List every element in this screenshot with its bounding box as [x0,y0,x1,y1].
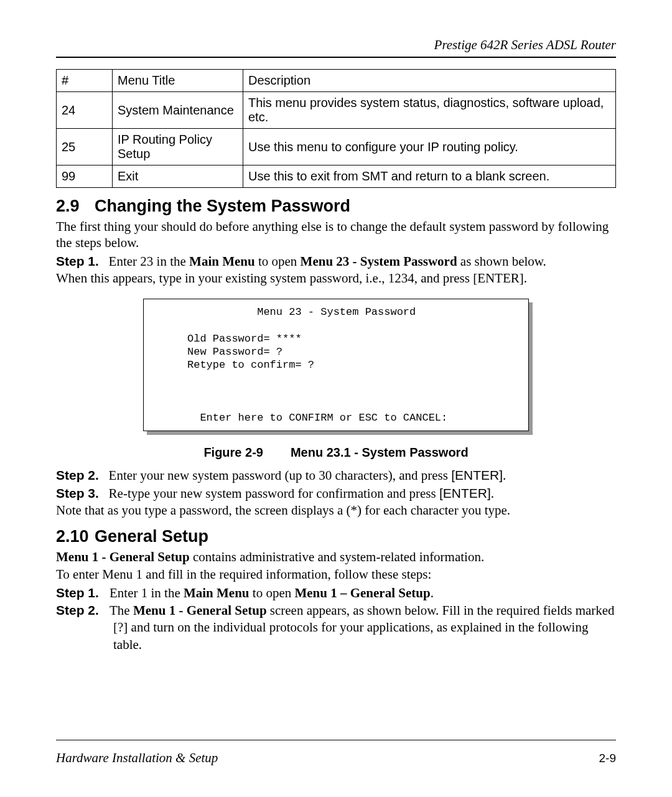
step-text: Enter your new system password (up to 30… [109,468,452,483]
section-2-9-heading: 2.9Changing the System Password [56,197,616,216]
step-text: Re-type your new system password for con… [109,486,439,501]
menu-table: # Menu Title Description 24 System Maint… [56,69,616,188]
page-footer: Hardware Installation & Setup 2-9 [56,740,616,766]
step-text: to open [250,585,295,600]
period: . [491,486,494,501]
step-3: Step 3. Re-type your new system password… [56,485,616,502]
col-num-header: # [57,70,113,92]
terminal-screenshot: Menu 23 - System Password Old Password= … [143,299,529,431]
figure-2-9-box: Menu 23 - System Password Old Password= … [143,299,529,431]
section-2-10-heading: 2.10General Setup [56,527,616,546]
step-label: Step 1. [56,254,99,268]
table-header-row: # Menu Title Description [57,70,616,92]
cell-title: Exit [113,165,243,188]
table-row: 99 Exit Use this to exit from SMT and re… [57,165,616,188]
col-title-header: Menu Title [113,70,243,92]
section-title: Changing the System Password [95,197,350,215]
bold-text: Menu 23 - System Password [301,254,457,269]
table-row: 24 System Maintenance This menu provides… [57,92,616,129]
step-1: Step 1. Enter 23 in the Main Menu to ope… [56,253,616,270]
step-text: as shown below. [457,254,546,269]
section-title: General Setup [95,527,208,546]
bold-text: Main Menu [184,585,250,600]
bold-text: Main Menu [189,254,255,269]
step-2: Step 2.The Menu 1 - General Setup screen… [56,602,616,653]
cell-title: System Maintenance [113,92,243,129]
footer-rule [56,740,616,740]
cell-desc: Use this menu to configure your IP routi… [243,129,616,165]
step-text: Enter 1 in the [110,585,184,600]
bold-text: Menu 1 - General Setup [133,603,267,618]
enter-key: [ENTER] [439,486,491,500]
terminal-body: Old Password= **** New Password= ? Retyp… [187,333,314,371]
enter-key: [ENTER] [451,468,503,482]
step-label: Step 1. [56,584,110,601]
step-text: to open [255,254,301,269]
header-rule [56,57,616,58]
step-text: Enter 23 in the [109,254,189,269]
intro-paragraph: The first thing your should do before an… [56,218,616,251]
terminal-footer: Enter here to CONFIRM or ESC to CANCEL: [187,412,447,424]
step-2: Step 2. Enter your new system password (… [56,467,616,484]
cell-num: 99 [57,165,113,188]
section-number: 2.10 [56,527,95,546]
paragraph: When this appears, type in your existing… [56,270,616,286]
step-1: Step 1.Enter 1 in the Main Menu to open … [56,584,616,602]
bold-text: Menu 1 - General Setup [56,549,190,564]
text: contains administrative and system-relat… [190,549,485,564]
step-label: Step 2. [56,468,99,482]
figure-caption: Figure 2-9Menu 23.1 - System Password [56,445,616,460]
terminal-title: Menu 23 - System Password [187,306,416,318]
note-paragraph: Note that as you type a password, the sc… [56,502,616,518]
paragraph: To enter Menu 1 and fill in the required… [56,566,616,582]
figure-label: Figure 2-9 [203,445,263,459]
figure-title: Menu 23.1 - System Password [291,445,469,459]
cell-num: 24 [57,92,113,129]
table-row: 25 IP Routing Policy Setup Use this menu… [57,129,616,165]
cell-title: IP Routing Policy Setup [113,129,243,165]
col-desc-header: Description [243,70,616,92]
section-number: 2.9 [56,197,95,216]
step-text: . [431,585,434,600]
step-label: Step 2. [56,602,110,618]
page-header-title: Prestige 642R Series ADSL Router [56,37,616,53]
paragraph: Menu 1 - General Setup contains administ… [56,549,616,565]
step-text: The [110,603,133,618]
step-label: Step 3. [56,486,99,500]
footer-left-text: Hardware Installation & Setup [56,750,218,766]
cell-desc: This menu provides system status, diagno… [243,92,616,129]
bold-text: Menu 1 – General Setup [294,585,430,600]
page-number: 2-9 [599,752,616,765]
cell-desc: Use this to exit from SMT and return to … [243,165,616,188]
period: . [503,468,506,483]
cell-num: 25 [57,129,113,165]
